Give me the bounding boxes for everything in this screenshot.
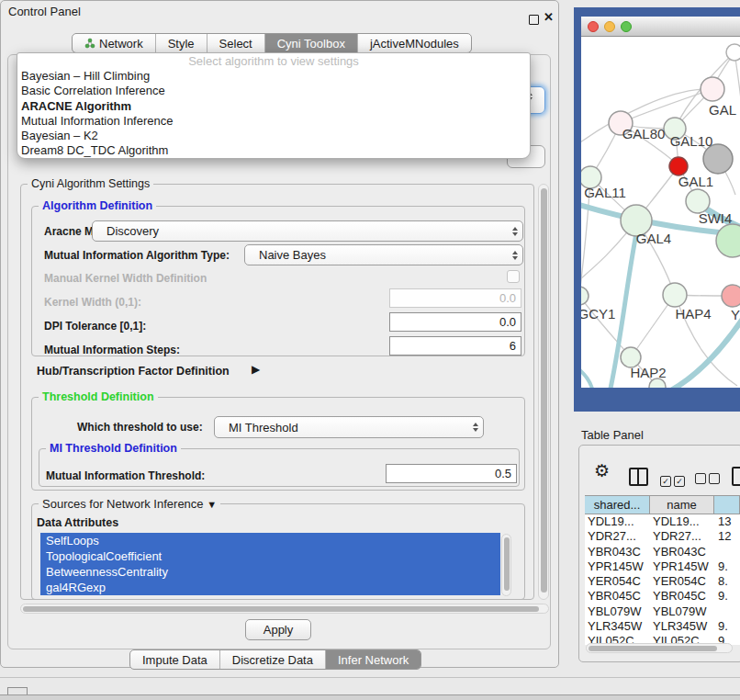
network-node[interactable] — [581, 287, 589, 305]
mi-type-combo[interactable]: Naive Bayes — [244, 244, 523, 265]
network-node[interactable] — [669, 157, 688, 175]
stepper-icon — [508, 227, 522, 236]
manual-kernel-label: Manual Kernel Width Definition — [44, 272, 207, 285]
settings-hscrollbar[interactable] — [20, 604, 549, 614]
table-row[interactable]: YBR043CYBR043C — [585, 545, 740, 559]
which-threshold-label: Which threshold to use: — [77, 421, 203, 434]
network-node-label: HAP4 — [675, 306, 711, 322]
float-window-icon[interactable] — [529, 15, 539, 25]
table-panel-title: Table Panel — [581, 428, 644, 442]
bottom-divider — [0, 677, 740, 678]
split-columns-icon[interactable] — [629, 468, 648, 486]
mi-steps-field[interactable]: 6 — [389, 336, 521, 356]
table-cell: YDL19... — [650, 514, 714, 529]
mi-threshold-label: Mutual Information Threshold: — [46, 469, 205, 482]
table-row[interactable]: YDR27...YDR27...12 — [585, 529, 740, 544]
tab-jactivemnodules[interactable]: jActiveMNodules — [357, 34, 471, 52]
table-cell: YDL19... — [585, 514, 650, 529]
network-canvas[interactable]: GALGAL80GAL10GAL1GAL11SWI4GAL4GCY1HAP4YH… — [581, 37, 740, 388]
algorithm-option[interactable]: Bayesian – K2 — [17, 129, 530, 143]
algorithm-list: Bayesian – Hill ClimbingBasic Correlatio… — [17, 69, 530, 159]
which-threshold-value: MI Threshold — [215, 421, 468, 435]
table-cell: YBR045C — [650, 589, 714, 604]
data-attributes-list[interactable]: SelfLoopsTopologicalCoefficientBetweenne… — [40, 533, 500, 597]
table-cell: 9. — [714, 559, 740, 574]
network-node[interactable] — [726, 44, 740, 61]
attribute-item[interactable]: BetweennessCentrality — [40, 564, 500, 580]
hub-definition-label: Hub/Transcription Factor Definition — [37, 365, 230, 378]
column-header[interactable]: shared... — [585, 496, 650, 514]
settings-vscrollbar[interactable] — [538, 184, 549, 600]
tab-style[interactable]: Style — [155, 34, 207, 52]
kernel-width-field[interactable]: 0.0 — [389, 288, 521, 308]
table-cell: YBL079W — [650, 604, 714, 619]
network-edge-highlight — [581, 364, 594, 388]
deselect-all-columns-icon[interactable] — [695, 471, 723, 488]
table-row[interactable]: YPR145WYPR145W9. — [585, 559, 740, 574]
mi-steps-label: Mutual Information Steps: — [44, 344, 180, 356]
tab-infer-network[interactable]: Infer Network — [325, 650, 420, 669]
new-table-icon[interactable] — [732, 467, 740, 486]
which-threshold-combo[interactable]: MI Threshold — [214, 416, 484, 438]
algorithm-option[interactable]: Mutual Information Inference — [17, 114, 530, 129]
tab-network[interactable]: Network — [73, 34, 155, 52]
network-node-label: GAL — [709, 102, 736, 118]
table-cell: YBL079W — [585, 604, 650, 619]
algorithm-option[interactable]: ARACNE Algorithm — [17, 99, 530, 114]
expand-right-icon[interactable]: ▶ — [252, 363, 260, 376]
table-row[interactable]: YLR345WYLR345W9. — [585, 619, 740, 634]
table-row[interactable]: YER054CYER054C8. — [585, 574, 740, 589]
minimize-traffic-light-icon[interactable] — [604, 21, 615, 32]
table-cell: YIL052C — [585, 634, 650, 643]
tab-discretize-data[interactable]: Discretize Data — [219, 650, 325, 669]
attributes-vscrollbar[interactable] — [501, 534, 511, 596]
tab-select[interactable]: Select — [207, 34, 264, 52]
column-header[interactable] — [714, 496, 740, 514]
network-node[interactable] — [722, 285, 740, 307]
close-icon[interactable]: ✕ — [544, 10, 554, 24]
close-traffic-light-icon[interactable] — [588, 21, 599, 32]
aracne-mode-combo[interactable]: Discovery — [92, 220, 523, 242]
sources-group-label[interactable]: Sources for Network Inference ▼ — [39, 497, 220, 511]
dpi-tolerance-label: DPI Tolerance [0,1]: — [44, 320, 146, 333]
manual-kernel-checkbox[interactable] — [507, 270, 520, 283]
mi-threshold-field[interactable]: 0.5 — [386, 464, 517, 483]
table-cell: YPR145W — [585, 559, 650, 574]
algorithm-option[interactable]: Dream8 DC_TDC Algorithm — [17, 143, 530, 158]
tab-impute-data[interactable]: Impute Data — [130, 650, 219, 669]
network-view-frame: GALGAL80GAL10GAL1GAL11SWI4GAL4GCY1HAP4YH… — [574, 7, 740, 412]
table-cell: YLR345W — [650, 619, 714, 634]
network-edge — [621, 89, 712, 123]
table-hscrollbar[interactable] — [586, 643, 733, 653]
attribute-item[interactable]: gal4RGexp — [40, 580, 500, 595]
network-node[interactable] — [716, 224, 740, 257]
aracne-mode-value: Discovery — [93, 224, 508, 238]
table-row[interactable]: YBL079WYBL079W — [585, 604, 740, 619]
table-row[interactable]: YDL19...YDL19...13 — [585, 514, 740, 529]
control-panel-title: Control Panel — [8, 5, 81, 18]
algorithm-option[interactable]: Bayesian – Hill Climbing — [17, 69, 530, 84]
apply-button[interactable]: Apply — [245, 619, 311, 640]
zoom-traffic-light-icon[interactable] — [621, 21, 632, 32]
network-node[interactable] — [663, 283, 687, 307]
network-node[interactable] — [701, 77, 724, 101]
collapse-down-icon: ▼ — [207, 499, 217, 510]
attribute-item[interactable]: SelfLoops — [40, 533, 500, 548]
table-cell: YER054C — [585, 574, 650, 589]
table-cell: 9. — [714, 619, 740, 634]
network-graph: GALGAL80GAL10GAL1GAL11SWI4GAL4GCY1HAP4YH… — [581, 37, 740, 388]
tab-cyni-toolbox[interactable]: Cyni Toolbox — [264, 34, 357, 52]
gear-icon[interactable]: ⚙ — [594, 460, 610, 481]
column-header[interactable]: name — [650, 496, 714, 514]
network-node-label: GAL80 — [622, 126, 666, 141]
algorithm-definition-label: Algorithm Definition — [39, 199, 156, 212]
threshold-definition-label: Threshold Definition — [39, 390, 158, 403]
attribute-item[interactable]: TopologicalCoefficient — [40, 548, 500, 564]
select-all-columns-icon[interactable]: ✓✓ — [660, 471, 688, 488]
table-header-row[interactable]: shared...name — [585, 495, 740, 514]
network-window-titlebar[interactable] — [581, 17, 740, 37]
table-row[interactable]: YIL052CYIL052C9. — [585, 634, 740, 643]
algorithm-option[interactable]: Basic Correlation Inference — [17, 84, 530, 98]
table-row[interactable]: YBR045CYBR045C9. — [585, 589, 740, 604]
dpi-tolerance-field[interactable]: 0.0 — [389, 312, 521, 332]
